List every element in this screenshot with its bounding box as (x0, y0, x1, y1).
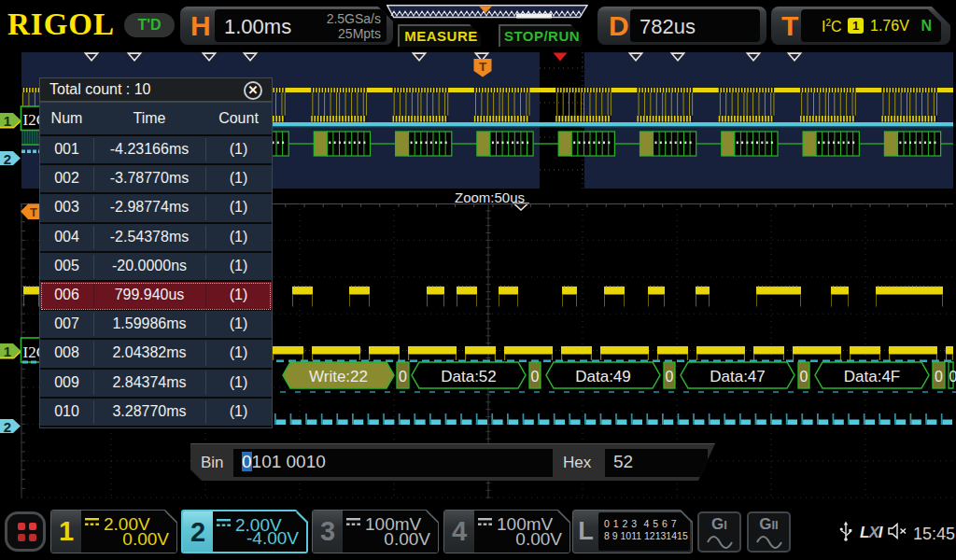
svg-text:T: T (479, 60, 487, 74)
svg-text:0: 0 (399, 369, 407, 385)
svg-text:0: 0 (666, 369, 674, 385)
svg-text:0: 0 (949, 369, 956, 385)
svg-text:0: 0 (800, 369, 808, 385)
svg-text:T: T (30, 205, 37, 219)
svg-text:Write:22: Write:22 (309, 368, 368, 385)
svg-text:Data:52: Data:52 (441, 368, 497, 385)
svg-text:2: 2 (4, 419, 11, 435)
svg-text:2: 2 (4, 151, 11, 167)
svg-text:1: 1 (4, 113, 11, 129)
svg-text:Data:49: Data:49 (575, 368, 631, 385)
svg-text:Data:4F: Data:4F (844, 368, 900, 385)
svg-text:0: 0 (531, 369, 540, 385)
svg-text:0: 0 (935, 369, 943, 385)
svg-text:Data:47: Data:47 (710, 368, 766, 385)
svg-text:1: 1 (4, 343, 11, 359)
